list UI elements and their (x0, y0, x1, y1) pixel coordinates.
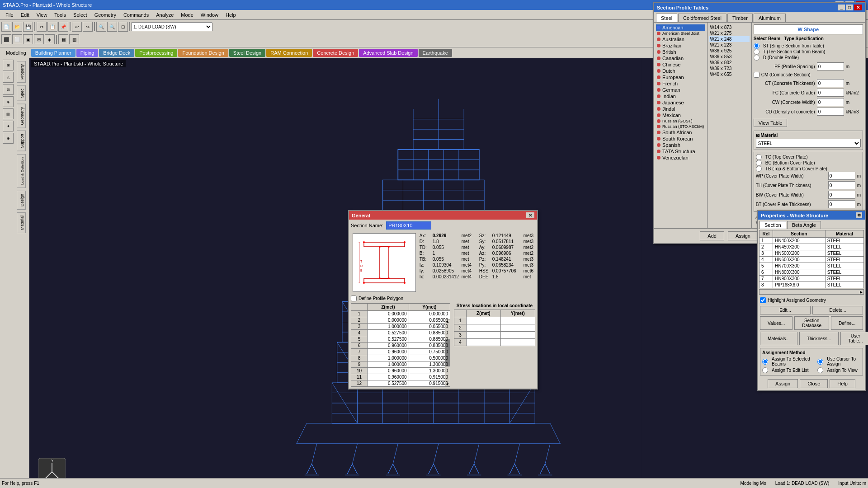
label-property[interactable]: Property (17, 61, 26, 83)
open-btn[interactable]: 📂 (12, 22, 22, 32)
assign-section-btn[interactable]: Assign (728, 231, 758, 240)
s3-z[interactable] (467, 332, 501, 339)
section-profile-max[interactable]: □ (846, 5, 853, 10)
r1-y[interactable]: 0.000000 (409, 311, 450, 317)
cw-input[interactable] (817, 98, 844, 106)
ct-input[interactable] (817, 79, 844, 87)
tab-piping[interactable]: Piping (76, 49, 99, 57)
menu-help[interactable]: Help (222, 11, 240, 19)
tree-european[interactable]: European (656, 74, 705, 80)
radio-bc[interactable]: BC (Bottom Cover Plate) (756, 160, 861, 166)
zoom-in-btn[interactable]: 🔍 (96, 22, 106, 32)
props-row-2[interactable]: 2 HN450X200 STEEL (760, 244, 864, 250)
s4-z[interactable] (467, 339, 501, 346)
menu-commands[interactable]: Commands (120, 11, 152, 19)
assign-selected[interactable]: Assign To Selected Beams (762, 357, 814, 366)
panel-btn-4[interactable]: ◈ (3, 96, 14, 107)
pf-input[interactable] (817, 62, 844, 70)
cm-checkbox[interactable] (754, 72, 760, 78)
redo-btn[interactable]: ↪ (83, 22, 93, 32)
s1-y[interactable] (500, 317, 535, 324)
props-assign-btn[interactable]: Assign (768, 379, 798, 388)
props-row-1[interactable]: 1 HN400X200 STEEL (760, 238, 864, 244)
props-row-7[interactable]: 7 HN900X300 STEEL (760, 276, 864, 282)
tree-canadian[interactable]: Canadian (656, 55, 705, 61)
props-row-3[interactable]: 3 HN500X200 STEEL (760, 250, 864, 257)
paste-btn[interactable]: 📌 (58, 22, 68, 32)
label-material[interactable]: Material (17, 212, 26, 233)
tree-jindal[interactable]: Jindal (656, 106, 705, 112)
menu-file[interactable]: File (2, 11, 17, 19)
tree-british[interactable]: British (656, 49, 705, 55)
s2-y[interactable] (500, 324, 535, 332)
tab-advanced[interactable]: Advanced Slab Design (359, 49, 417, 57)
panel-btn-6[interactable]: ✦ (3, 121, 14, 131)
radio-d[interactable]: D (Double Profile) (754, 55, 826, 61)
thickness-btn[interactable]: Thickness... (799, 332, 839, 345)
menu-view[interactable]: View (33, 11, 51, 19)
radio-t[interactable]: T (Tee Section Cut from Beam) (754, 49, 826, 55)
section-name-input[interactable] (386, 221, 431, 230)
user-table-btn[interactable]: User Table... (840, 332, 868, 345)
tree-dutch[interactable]: Dutch (656, 68, 705, 74)
tab-steel[interactable]: Steel (656, 14, 677, 22)
section-w36-925[interactable]: W36 x 925 (709, 48, 750, 54)
tree-indian[interactable]: Indian (656, 93, 705, 99)
save-btn[interactable]: 💾 (23, 22, 33, 32)
section-w21-248[interactable]: W21 x 248 (709, 36, 750, 42)
section-w40-655[interactable]: W40 x 655 (709, 71, 750, 77)
materials-btn[interactable]: Materials... (760, 332, 797, 345)
undo-btn[interactable]: ↩ (72, 22, 82, 32)
props-row-5[interactable]: 5 HN700X300 STEEL (760, 263, 864, 269)
tab-bridge[interactable]: Bridge Deck (99, 49, 134, 57)
tab-modeling[interactable]: Modeling (2, 49, 30, 57)
view-table-btn[interactable]: View Table (754, 119, 788, 127)
radio-st[interactable]: ST (Single Section from Table) (754, 43, 826, 49)
tab-ram[interactable]: RAM Connection (266, 49, 312, 57)
label-load[interactable]: Load & Definition (17, 154, 26, 188)
panel-btn-2[interactable]: △ (3, 72, 14, 83)
section-w21-223[interactable]: W21 x 223 (709, 42, 750, 48)
tab-coldformed[interactable]: Coldformed Steel (678, 14, 726, 22)
tab-post[interactable]: Postprocessing (135, 49, 177, 57)
tree-australian[interactable]: Australian (656, 36, 705, 42)
tab-foundation[interactable]: Foundation Design (178, 49, 228, 57)
r1-z[interactable]: 0.000000 (368, 311, 409, 317)
props-restore-btn[interactable]: ⧉ (856, 212, 862, 218)
section-w36-853[interactable]: W36 x 853 (709, 54, 750, 60)
tab-steel[interactable]: Steel Design (229, 49, 265, 57)
menu-select[interactable]: Select (70, 11, 91, 19)
s3-y[interactable] (500, 332, 535, 339)
section-w36-723[interactable]: W36 x 723 (709, 66, 750, 71)
assign-edit-list[interactable]: Assign To Edit List (762, 367, 814, 373)
label-support[interactable]: Support (17, 131, 26, 151)
wp-input[interactable] (828, 172, 855, 180)
props-row-6[interactable]: 6 HN800X300 STEEL (760, 269, 864, 276)
tb2-5[interactable]: ◈ (45, 34, 55, 44)
panel-btn-3[interactable]: ⊡ (3, 84, 14, 95)
th-input[interactable] (828, 181, 855, 189)
edit-btn[interactable]: Edit... (760, 306, 811, 314)
tab-building[interactable]: Building Planner (31, 49, 75, 57)
cut-btn[interactable]: ✂ (37, 22, 47, 32)
tb2-3[interactable]: ▣ (23, 34, 33, 44)
section-profile-min[interactable]: _ (838, 5, 845, 10)
add-btn[interactable]: Add (700, 231, 724, 240)
tree-german[interactable]: German (656, 87, 705, 93)
menu-analyze[interactable]: Analyze (152, 11, 177, 19)
tree-spanish[interactable]: Spanish (656, 142, 705, 148)
props-help-btn[interactable]: Help (830, 379, 855, 388)
menu-edit[interactable]: Edit (17, 11, 33, 19)
table-hscroll[interactable]: ▶ (759, 289, 864, 295)
assign-cursor[interactable]: Use Cursor To Assign (817, 357, 861, 366)
tree-russian-sto[interactable]: Russian (STO ASChM) (656, 124, 705, 129)
tb2-2[interactable]: ⬜ (12, 34, 22, 44)
radio-tc[interactable]: TC (Top Cover Plate) (756, 154, 861, 160)
cd-input[interactable] (817, 108, 844, 116)
s1-z[interactable] (467, 317, 501, 324)
radio-tb[interactable]: TB (Top & Bottom Cover Plate) (756, 166, 861, 172)
polygon-checkbox[interactable] (351, 296, 357, 301)
tree-venezuelan[interactable]: Venezuelan (656, 155, 705, 161)
tree-american[interactable]: American (656, 24, 705, 31)
wire-btn[interactable]: ▧ (69, 34, 79, 44)
